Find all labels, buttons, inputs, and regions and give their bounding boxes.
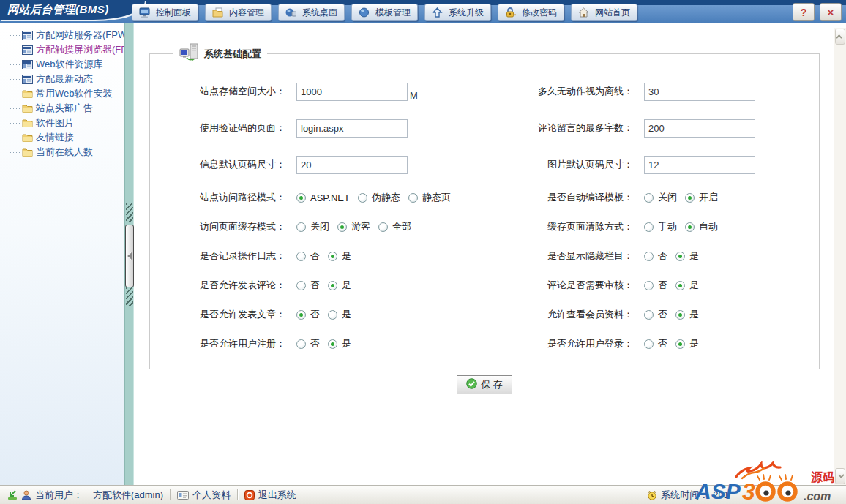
sidebar-item-online-users[interactable]: 当前在线人数 xyxy=(10,145,124,159)
radio-option-manual[interactable]: 手动 xyxy=(644,220,677,233)
sidebar-item-fp-news[interactable]: 方配最新动态 xyxy=(10,72,124,86)
sidebar-item-friend-links[interactable]: 友情链接 xyxy=(10,130,124,145)
radio-label: 游客 xyxy=(351,220,370,233)
radio-icon[interactable] xyxy=(337,222,347,232)
radio-icon[interactable] xyxy=(296,252,306,261)
radio-icon[interactable] xyxy=(408,193,418,203)
radio-icon[interactable] xyxy=(296,222,306,232)
radio-icon[interactable] xyxy=(296,193,306,203)
sidebar-item-web-software-install[interactable]: 常用Web软件安装 xyxy=(10,86,124,101)
profile-link[interactable]: 个人资料 xyxy=(177,489,231,502)
radio-icon[interactable] xyxy=(296,339,306,349)
captcha-page-input[interactable] xyxy=(296,119,408,138)
radio-option-yes[interactable]: 是 xyxy=(328,337,351,350)
sidebar-item-site-header-ads[interactable]: 站点头部广告 xyxy=(10,101,124,116)
radio-option-guest[interactable]: 游客 xyxy=(337,220,370,233)
radio-option-no[interactable]: 否 xyxy=(644,337,667,350)
radio-icon[interactable] xyxy=(328,281,337,290)
close-button[interactable]: × xyxy=(820,3,842,21)
radio-group-show-hidden: 否 是 xyxy=(633,249,819,263)
offline-timeout-input[interactable] xyxy=(644,83,755,101)
radio-option-yes[interactable]: 是 xyxy=(675,308,699,321)
radio-option-aspnet[interactable]: ASP.NET xyxy=(296,192,350,203)
scroll-down-button[interactable] xyxy=(835,468,845,484)
radio-option-static-page[interactable]: 静态页 xyxy=(408,191,451,204)
toolbar-button-site-home[interactable]: 网站首页 xyxy=(571,4,637,21)
radio-option-no[interactable]: 否 xyxy=(296,279,320,292)
radio-icon[interactable] xyxy=(296,281,306,290)
splitter-collapse-handle[interactable] xyxy=(125,225,134,287)
radio-icon[interactable] xyxy=(328,310,337,320)
sidebar-item-fptouch[interactable]: 方配触摸屏浏览器(FPTouc xyxy=(10,42,124,57)
help-button[interactable]: ? xyxy=(793,3,815,21)
toolbar-button-change-password[interactable]: 修改密码 xyxy=(498,4,564,21)
field-label: 是否允许发表评论： xyxy=(150,279,285,292)
radio-option-yes[interactable]: 是 xyxy=(675,337,699,350)
radio-option-yes[interactable]: 是 xyxy=(675,249,699,263)
sidebar-item-label: 常用Web软件安装 xyxy=(36,87,113,100)
comment-maxlen-input[interactable] xyxy=(644,119,755,138)
radio-icon[interactable] xyxy=(378,222,388,232)
toolbar-button-template-manage[interactable]: 模板管理 xyxy=(351,4,418,21)
sidebar-item-software-images[interactable]: 软件图片 xyxy=(10,116,124,130)
radio-option-no[interactable]: 否 xyxy=(644,249,667,263)
site-storage-input[interactable] xyxy=(296,83,408,101)
field-label: 图片默认页码尺寸： xyxy=(487,158,633,171)
radio-icon[interactable] xyxy=(685,193,695,203)
radio-option-no[interactable]: 否 xyxy=(296,308,320,321)
green-arrow-icon xyxy=(7,490,18,500)
radio-option-yes[interactable]: 是 xyxy=(328,279,351,292)
radio-option-all[interactable]: 全部 xyxy=(378,220,411,233)
radio-option-pseudo-static[interactable]: 伪静态 xyxy=(358,191,400,204)
radio-group-view-member: 否 是 xyxy=(633,308,819,321)
toolbar-button-system-desktop[interactable]: 系统桌面 xyxy=(278,4,345,21)
radio-icon[interactable] xyxy=(675,252,685,261)
radio-icon[interactable] xyxy=(644,281,654,290)
radio-option-off[interactable]: 关闭 xyxy=(296,220,329,233)
scroll-up-button[interactable] xyxy=(835,29,845,45)
toolbar-button-control-panel[interactable]: 控制面板 xyxy=(132,4,198,21)
radio-icon[interactable] xyxy=(644,252,654,261)
radio-icon[interactable] xyxy=(328,252,337,261)
form-row: 是否允许发表评论： 否 是 评论是否需要审核： 否 是 xyxy=(150,271,819,300)
radio-option-auto[interactable]: 自动 xyxy=(685,220,718,233)
radio-icon[interactable] xyxy=(644,222,654,232)
image-pagesize-input[interactable] xyxy=(644,156,755,174)
radio-icon[interactable] xyxy=(675,310,685,320)
app-title-tab: 网站后台管理(BMS) xyxy=(0,0,145,20)
sidebar-item-web-resources[interactable]: Web软件资源库 xyxy=(10,57,124,72)
radio-icon[interactable] xyxy=(358,193,367,203)
radio-icon[interactable] xyxy=(685,222,695,232)
radio-option-off[interactable]: 关闭 xyxy=(644,191,677,204)
radio-icon[interactable] xyxy=(644,310,654,320)
radio-option-on[interactable]: 开启 xyxy=(685,191,718,204)
radio-label: 是 xyxy=(689,337,699,350)
sidebar-splitter[interactable] xyxy=(124,23,134,485)
toolbar-button-content-manage[interactable]: 内容管理 xyxy=(205,4,272,21)
field-label: 使用验证码的页面： xyxy=(150,121,285,135)
radio-icon[interactable] xyxy=(644,339,654,349)
radio-option-no[interactable]: 否 xyxy=(644,279,667,292)
vertical-scrollbar[interactable] xyxy=(834,28,846,485)
field-label: 是否自动编译模板： xyxy=(487,191,633,204)
info-pagesize-input[interactable] xyxy=(296,156,408,174)
radio-label: 自动 xyxy=(699,220,718,233)
radio-label: 否 xyxy=(310,337,320,350)
divider xyxy=(237,489,238,500)
radio-icon[interactable] xyxy=(675,281,685,290)
radio-icon[interactable] xyxy=(644,193,654,203)
field-label: 是否允许用户注册： xyxy=(150,337,285,350)
toolbar-button-system-upgrade[interactable]: 系统升级 xyxy=(424,4,491,21)
radio-option-yes[interactable]: 是 xyxy=(328,308,351,321)
save-button[interactable]: 保 存 xyxy=(457,375,512,394)
sidebar-item-fpwebserver[interactable]: 方配网站服务器(FPWebSe xyxy=(10,28,124,42)
radio-option-yes[interactable]: 是 xyxy=(328,249,351,263)
radio-option-no[interactable]: 否 xyxy=(644,308,667,321)
radio-icon[interactable] xyxy=(328,339,337,349)
radio-option-yes[interactable]: 是 xyxy=(675,279,699,292)
radio-option-no[interactable]: 否 xyxy=(296,337,320,350)
radio-icon[interactable] xyxy=(675,339,685,349)
radio-option-no[interactable]: 否 xyxy=(296,249,320,263)
radio-icon[interactable] xyxy=(296,310,306,320)
logout-link[interactable]: 退出系统 xyxy=(244,489,296,502)
